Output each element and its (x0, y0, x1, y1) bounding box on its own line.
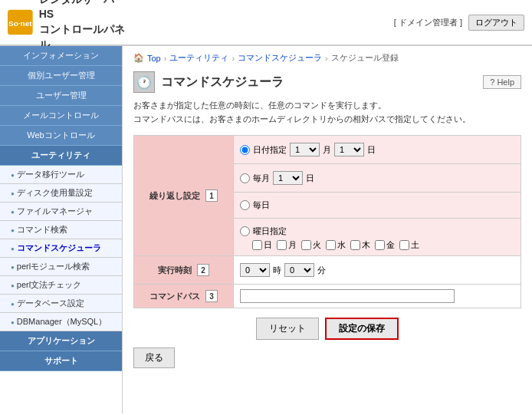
sidebar-item-support[interactable]: サポート (0, 351, 122, 371)
radio-weekday-cell: 曜日指定 日 月 火 (234, 219, 521, 256)
sidebar-item-user-mgmt-ind[interactable]: 個別ユーザー管理 (0, 66, 122, 86)
sidebar-item-utility[interactable]: ユーティリティ (0, 146, 122, 166)
checkbox-wed-item: 水 (326, 239, 346, 251)
breadcrumb-top[interactable]: Top (147, 54, 161, 63)
page-title: コマンドスケジューラ (161, 74, 284, 91)
sidebar-item-data-migrate[interactable]: データ移行ツール (0, 166, 122, 184)
main-layout: インフォメーション 個別ユーザー管理 ユーザー管理 メールコントロール Webコ… (0, 46, 532, 413)
hour-select[interactable]: 0123 6121823 (240, 263, 270, 277)
scheduler-icon: 🕐 (133, 71, 155, 93)
hour-label: 時 (273, 265, 281, 276)
sidebar-item-user-mgmt[interactable]: ユーザー管理 (0, 86, 122, 106)
back-button[interactable]: 戻る (133, 347, 175, 368)
monthly-day-label: 日 (306, 173, 314, 184)
min-label: 分 (317, 265, 326, 276)
checkbox-wed[interactable] (326, 240, 336, 250)
label-fri: 金 (386, 239, 395, 251)
label-wed: 水 (337, 239, 346, 251)
monthly-day-select[interactable]: 151015202531 (273, 171, 303, 185)
weekday-checkboxes: 日 月 火 水 (252, 239, 514, 251)
logo-area: So·net レンタルサーバーHS コントロールパネル (8, 0, 130, 52)
sidebar-item-cmd-scheduler[interactable]: コマンドスケジューラ (0, 239, 122, 258)
sidebar-item-file-manager[interactable]: ファイルマネージャ (0, 203, 122, 221)
month-select[interactable]: 1234 5678 9101112 (290, 143, 320, 156)
logout-button[interactable]: ログアウト (468, 15, 524, 31)
checkbox-tue[interactable] (301, 240, 311, 250)
sidebar-item-info[interactable]: インフォメーション (0, 46, 122, 66)
description: お客さまが指定した任意の時刻に、任意のコマンドを実行します。 コマンドパスには、… (133, 99, 521, 126)
checkbox-sat-item: 土 (399, 239, 419, 251)
radio-monthly-cell: 毎月 151015202531 日 (234, 164, 521, 193)
header-title: レンタルサーバーHS コントロールパネル (39, 0, 130, 52)
description-line2: コマンドパスには、お客さまのホームディレクトリからの相対パスで指定してください。 (133, 113, 521, 127)
checkbox-sat[interactable] (399, 240, 409, 250)
page-header: 🕐 コマンドスケジューラ ? Help (133, 71, 521, 93)
breadcrumb-current: スケジュール登録 (331, 52, 399, 64)
label-tue: 火 (313, 239, 321, 251)
label-thu: 木 (362, 239, 370, 251)
command-label-cell: コマンドパス 3 (134, 285, 234, 308)
label-sun: 日 (264, 239, 272, 251)
sidebar-item-db-manager[interactable]: DBManager（MySQL） (0, 313, 122, 331)
radio-date-row: 日付指定 1234 5678 9101112 月 1235 1015202531… (240, 143, 514, 156)
execution-row: 実行時刻 2 0123 6121823 時 051015 20253035 40 (134, 256, 521, 285)
radio-monthly[interactable] (240, 173, 250, 183)
action-buttons: リセット 設定の保存 (133, 318, 521, 340)
radio-date[interactable] (240, 145, 250, 155)
command-cell (234, 285, 521, 308)
day-select[interactable]: 1235 1015202531 (334, 143, 364, 156)
sidebar-item-perl-module[interactable]: perlモジュール検索 (0, 258, 122, 276)
header: So·net レンタルサーバーHS コントロールパネル [ ドメイン管理者 ] … (0, 0, 532, 46)
checkbox-sun[interactable] (252, 240, 262, 250)
radio-daily-label: 毎日 (253, 199, 270, 211)
checkbox-thu[interactable] (350, 240, 360, 250)
label-mon: 月 (288, 239, 297, 251)
sidebar-item-application[interactable]: アプリケーション (0, 331, 122, 351)
radio-date-cell: 日付指定 1234 5678 9101112 月 1235 1015202531… (234, 136, 521, 164)
checkbox-fri-item: 金 (375, 239, 395, 251)
repeat-row: 繰り返し設定 1 日付指定 1234 5678 9101112 月 (134, 136, 521, 164)
save-button[interactable]: 設定の保存 (325, 318, 399, 340)
sidebar-item-web-control[interactable]: Webコントロール (0, 126, 122, 146)
radio-daily-cell: 毎日 (234, 193, 521, 219)
radio-daily[interactable] (240, 200, 250, 210)
radio-monthly-row: 毎月 151015202531 日 (240, 171, 514, 185)
checkbox-mon-item: 月 (277, 239, 297, 251)
checkbox-fri[interactable] (375, 240, 385, 250)
radio-monthly-label: 毎月 (253, 173, 270, 184)
reset-button[interactable]: リセット (256, 318, 319, 340)
checkbox-mon[interactable] (277, 240, 287, 250)
domain-admin-label: [ ドメイン管理者 ] (394, 17, 462, 28)
sidebar-item-perl-syntax[interactable]: perl文法チェック (0, 276, 122, 295)
home-icon: 🏠 (133, 53, 144, 63)
sidebar-item-disk-usage[interactable]: ディスク使用量設定 (0, 184, 122, 203)
minute-select[interactable]: 051015 20253035 40455055 (284, 263, 314, 277)
repeat-label-cell: 繰り返し設定 1 (134, 136, 234, 256)
back-button-area: 戻る (133, 347, 521, 368)
execution-time-row: 0123 6121823 時 051015 20253035 40455055 … (240, 263, 514, 277)
sidebar-item-mail-control[interactable]: メールコントロール (0, 106, 122, 126)
page-title-area: 🕐 コマンドスケジューラ (133, 71, 284, 93)
checkbox-sun-item: 日 (252, 239, 272, 251)
breadcrumb-utility[interactable]: ユーティリティ (169, 52, 228, 64)
description-line1: お客さまが指定した任意の時刻に、任意のコマンドを実行します。 (133, 99, 521, 113)
day-label: 日 (367, 144, 376, 156)
month-label: 月 (323, 144, 331, 156)
execution-cell: 0123 6121823 時 051015 20253035 40455055 … (234, 256, 521, 285)
radio-date-label: 日付指定 (253, 144, 287, 156)
radio-daily-row: 毎日 (240, 199, 514, 211)
radio-weekday[interactable] (240, 226, 250, 236)
checkbox-tue-item: 火 (301, 239, 321, 251)
command-input[interactable] (240, 289, 455, 303)
sidebar-item-db-settings[interactable]: データベース設定 (0, 295, 122, 313)
radio-weekday-row: 曜日指定 (240, 226, 514, 237)
execution-label-cell: 実行時刻 2 (134, 256, 234, 285)
form-table: 繰り返し設定 1 日付指定 1234 5678 9101112 月 (133, 135, 521, 308)
help-button[interactable]: ? Help (483, 75, 521, 89)
command-row: コマンドパス 3 (134, 285, 521, 308)
svg-text:So·net: So·net (8, 19, 32, 28)
sidebar-item-cmd-search[interactable]: コマンド検索 (0, 221, 122, 239)
breadcrumb-scheduler[interactable]: コマンドスケジューラ (238, 52, 322, 64)
content-area: 🏠 Top › ユーティリティ › コマンドスケジューラ › スケジュール登録 … (123, 46, 532, 413)
sidebar: インフォメーション 個別ユーザー管理 ユーザー管理 メールコントロール Webコ… (0, 46, 123, 413)
